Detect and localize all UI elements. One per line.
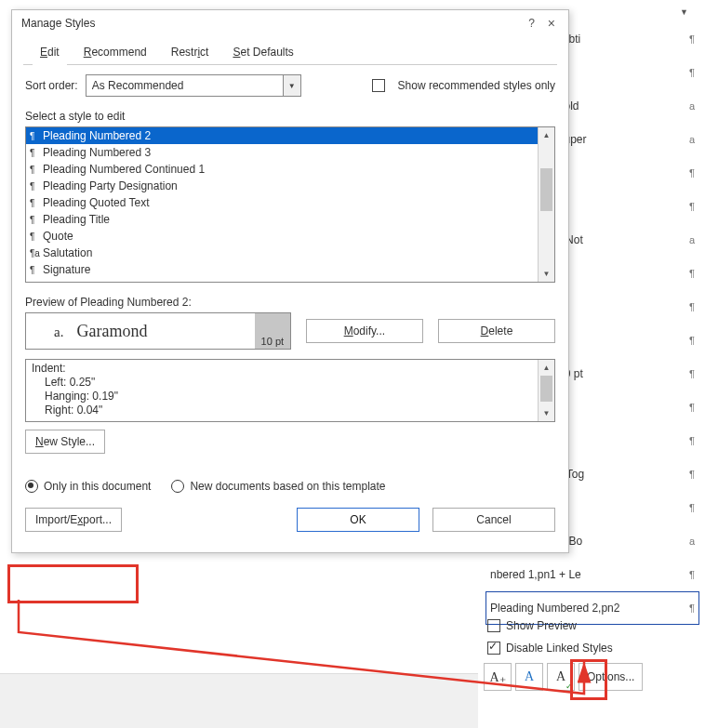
- sort-order-select[interactable]: As Recommended ▼: [86, 74, 301, 97]
- options-button[interactable]: Options...: [579, 663, 643, 691]
- only-this-document-radio[interactable]: Only in this document: [25, 480, 151, 493]
- list-item[interactable]: ¶Quote: [26, 228, 538, 245]
- paragraph-icon: ¶: [30, 165, 43, 175]
- select-style-label: Select a style to edit: [25, 110, 555, 123]
- checkbox-icon: [487, 642, 500, 655]
- scrollbar-thumb[interactable]: [540, 376, 552, 402]
- linked-icon: ¶a: [30, 248, 43, 258]
- paragraph-icon: ¶: [689, 469, 695, 480]
- paragraph-icon: ¶: [30, 232, 43, 242]
- style-listbox[interactable]: ¶Pleading Numbered 2 ¶Pleading Numbered …: [25, 126, 555, 283]
- paragraph-icon: ¶: [30, 131, 43, 141]
- char-icon: a: [689, 234, 695, 245]
- list-item[interactable]: ¶Pleading Numbered 2: [26, 127, 538, 144]
- cancel-button[interactable]: Cancel: [432, 508, 555, 532]
- close-button[interactable]: ×: [544, 16, 559, 31]
- paragraph-icon: ¶: [689, 402, 695, 413]
- modify-button[interactable]: Modify...: [306, 319, 423, 343]
- list-item[interactable]: ¶Pleading Numbered Continued 1: [26, 161, 538, 178]
- radio-icon: [171, 480, 184, 493]
- chevron-down-icon: ▼: [288, 82, 296, 90]
- paragraph-icon: ¶: [689, 368, 695, 379]
- pane-menu-arrow[interactable]: ▼: [680, 7, 688, 17]
- ok-button[interactable]: OK: [297, 508, 419, 532]
- manage-styles-dialog: Manage Styles ? × Edit Recommend Restric…: [11, 9, 569, 553]
- scroll-down-icon[interactable]: ▼: [539, 405, 554, 421]
- paragraph-icon: ¶: [689, 201, 695, 212]
- delete-button[interactable]: Delete: [438, 319, 555, 343]
- styles-pane-footer: Show Preview Disable Linked Styles A₊ A …: [484, 615, 698, 691]
- list-item[interactable]: ¶Pleading Quoted Text: [26, 194, 538, 211]
- new-documents-radio[interactable]: New documents based on this template: [171, 480, 385, 493]
- tab-recommend[interactable]: Recommend: [82, 42, 149, 64]
- paragraph-icon: ¶: [30, 265, 43, 275]
- checkbox-icon: [487, 619, 500, 632]
- document-bottom-strip: [0, 673, 478, 728]
- list-item[interactable]: ¶Signature Block Pleading: [26, 278, 538, 282]
- scroll-down-icon[interactable]: ▼: [539, 266, 554, 282]
- show-recommended-label: Show recommended styles only: [398, 79, 555, 92]
- new-style-button[interactable]: A₊: [484, 663, 512, 691]
- paragraph-icon: ¶: [689, 167, 695, 179]
- new-style-button[interactable]: New Style...: [25, 430, 105, 454]
- paragraph-icon: ¶: [689, 602, 695, 614]
- tab-set-defaults[interactable]: Set Defaults: [231, 42, 295, 64]
- paragraph-icon: ¶: [689, 33, 695, 45]
- paragraph-icon: ¶: [689, 301, 695, 312]
- paragraph-icon: ¶: [689, 268, 695, 279]
- import-export-button[interactable]: Import/Export...: [25, 508, 122, 532]
- list-item[interactable]: ¶Pleading Numbered 3: [26, 144, 538, 161]
- paragraph-icon: ¶: [30, 198, 43, 208]
- radio-icon: [25, 480, 38, 493]
- dialog-tabs: Edit Recommend Restrict Set Defaults: [12, 36, 568, 64]
- style-preview: a.Garamond 10 pt: [25, 312, 291, 350]
- paragraph-icon: ¶: [689, 502, 695, 513]
- manage-styles-button[interactable]: A: [547, 663, 575, 691]
- style-item[interactable]: nbered 1,pn1 + Le¶: [486, 558, 699, 591]
- show-preview-checkbox[interactable]: Show Preview: [484, 615, 698, 637]
- sort-order-label: Sort order:: [25, 79, 78, 92]
- paragraph-icon: ¶: [30, 282, 43, 283]
- scrollbar[interactable]: ▲ ▼: [538, 127, 554, 282]
- char-icon: a: [689, 100, 695, 112]
- tab-restrict[interactable]: Restrict: [169, 42, 211, 64]
- preview-a: a.: [54, 324, 63, 339]
- paragraph-icon: ¶: [689, 435, 695, 446]
- list-item[interactable]: ¶Pleading Title: [26, 211, 538, 228]
- scrollbar-thumb[interactable]: [540, 168, 552, 211]
- style-inspector-button[interactable]: A: [515, 663, 543, 691]
- a-check-icon: A: [556, 669, 565, 684]
- char-icon: a: [689, 134, 695, 145]
- list-item[interactable]: ¶Pleading Party Designation: [26, 178, 538, 194]
- paragraph-icon: ¶: [689, 335, 695, 346]
- scroll-up-icon[interactable]: ▲: [539, 360, 554, 376]
- help-button[interactable]: ?: [519, 17, 544, 30]
- scrollbar[interactable]: ▲ ▼: [538, 360, 554, 421]
- preview-label: Preview of Pleading Numbered 2:: [25, 296, 555, 309]
- show-recommended-checkbox[interactable]: [372, 79, 385, 92]
- dialog-titlebar: Manage Styles ? ×: [12, 10, 568, 36]
- paragraph-icon: ¶: [689, 569, 695, 580]
- list-item[interactable]: ¶Signature: [26, 261, 538, 278]
- dialog-title: Manage Styles: [21, 17, 519, 30]
- char-icon: a: [689, 536, 695, 547]
- paragraph-icon: ¶: [689, 67, 695, 78]
- paragraph-icon: ¶: [30, 148, 43, 158]
- a-magnify-icon: A: [525, 669, 534, 684]
- list-item[interactable]: ¶aSalutation: [26, 245, 538, 261]
- a-plus-icon: A₊: [489, 669, 505, 685]
- scroll-up-icon[interactable]: ▲: [539, 127, 554, 143]
- preview-font: Garamond: [76, 322, 147, 340]
- tab-edit[interactable]: Edit: [38, 42, 61, 64]
- style-description: Indent: Left: 0.25" Hanging: 0.19" Right…: [25, 359, 555, 422]
- font-size-badge: 10 pt: [255, 313, 290, 349]
- paragraph-icon: ¶: [30, 181, 43, 192]
- disable-linked-checkbox[interactable]: Disable Linked Styles: [484, 637, 698, 659]
- paragraph-icon: ¶: [30, 215, 43, 225]
